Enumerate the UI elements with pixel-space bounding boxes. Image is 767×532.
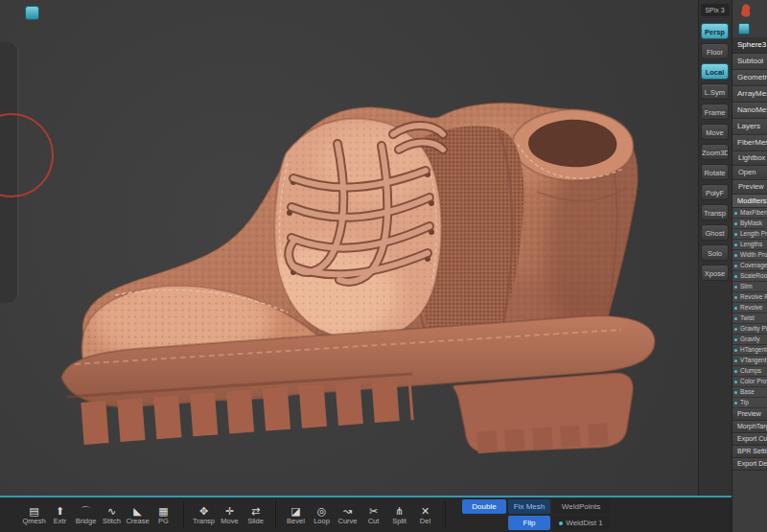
tool-button[interactable]: ✛ Move (217, 497, 243, 532)
fibermesh-sliders: MaxFibers ByMask Length Profile Lengths … (732, 208, 767, 408)
panel-footer-button[interactable]: Export Density (732, 458, 767, 471)
shelf-button[interactable]: Xpose (701, 265, 729, 281)
panel-footer-button[interactable]: Preview (732, 408, 767, 421)
viewport-canvas[interactable] (0, 0, 698, 496)
zbrush-window: SPix 3 Persp Floor Local L.Sym Frame Mov… (0, 0, 767, 532)
shelf-button[interactable]: Ghost (701, 224, 729, 241)
modifier-slider[interactable]: ScaleRoot (732, 271, 767, 282)
tool-button[interactable]: ⬆ Extr (47, 497, 73, 532)
mesh-option[interactable]: Double (462, 499, 506, 514)
tool-button-label: PG (158, 517, 169, 525)
tool-button[interactable]: ✂ Cut (360, 497, 386, 532)
modifier-slider[interactable]: ByMask (732, 219, 767, 229)
tool-button-label: Move (221, 517, 238, 525)
mesh-option[interactable] (462, 516, 506, 530)
split-icon: ⋔ (395, 505, 404, 517)
tool-menu-item[interactable]: Geometry (732, 70, 767, 86)
tool-button-label: Stitch (103, 517, 121, 525)
tool-menu-item[interactable]: ArrayMesh (732, 86, 767, 103)
tool-menu-item[interactable]: NanoMesh (732, 103, 767, 119)
modifier-slider[interactable]: Gravity Profile (732, 324, 767, 335)
modifier-slider[interactable]: Color Profile (732, 377, 767, 387)
tool-button-label: Qmesh (22, 517, 45, 525)
tool-button[interactable]: ◎ Loop (309, 497, 335, 532)
tool-button[interactable]: ◪ Bevel (283, 497, 309, 532)
shelf-button[interactable]: Frame (701, 104, 729, 120)
shelf-button[interactable]: Local (701, 63, 729, 80)
shelf-button[interactable]: Persp (701, 23, 729, 39)
modifier-slider[interactable]: Slim (732, 282, 767, 292)
mesh-option[interactable]: Fix Mesh (508, 499, 550, 514)
qmesh-icon: ▤ (29, 505, 38, 517)
shelf-button[interactable]: Transp (701, 204, 729, 220)
tool-button[interactable]: ✥ Transp (191, 497, 217, 532)
tool-button[interactable]: ▦ PG (151, 497, 176, 532)
tray-toggle-icon[interactable] (25, 6, 39, 20)
modifier-slider[interactable]: Coverage (732, 261, 767, 271)
modifier-slider[interactable]: Clumps (732, 366, 767, 377)
tool-menu-item[interactable]: Layers (732, 119, 767, 135)
tool-button-label: Curve (337, 517, 357, 525)
modifier-slider[interactable]: Width Profile (732, 250, 767, 261)
tool-button-label: Bevel (287, 517, 305, 525)
fibermesh-buttons: Lightbox Open Preview (732, 151, 767, 195)
bevel-icon: ◪ (291, 505, 300, 517)
mesh-options: Double Fix Mesh WeldPoints Flip WeldDist… (462, 497, 610, 532)
right-shelf-buttons: Persp Floor Local L.Sym Frame Move Zoom3… (699, 21, 731, 283)
tool-palette-icon (738, 3, 754, 18)
mesh-option[interactable]: WeldPoints (552, 499, 610, 514)
move-icon: ✛ (225, 505, 234, 517)
modifier-slider[interactable]: Revolve (732, 303, 767, 313)
modifier-slider[interactable]: Tip (732, 398, 767, 408)
modifier-slider[interactable]: Length Profile (732, 229, 767, 240)
tool-button-label: Del (420, 517, 430, 525)
tool-panel-header (732, 0, 767, 21)
transpose-icon: ✥ (199, 505, 208, 517)
modifiers-header[interactable]: Modifiers (732, 195, 767, 208)
tool-button[interactable]: ⇄ Slide (243, 497, 268, 532)
modifier-slider[interactable]: Lengths (732, 240, 767, 250)
shelf-button[interactable]: Rotate (701, 164, 729, 180)
modifier-slider[interactable]: Gravity (732, 335, 767, 345)
fibermesh-button[interactable]: Open (732, 166, 767, 180)
polygroup-icon: ▦ (158, 505, 168, 517)
spix-slider[interactable]: SPix 3 (701, 4, 730, 16)
fibermesh-button[interactable]: Preview (732, 180, 767, 195)
zmodeler-group-1: ▤ Qmesh ⬆ Extr ⌒ Bridge ∿ Stitch (21, 497, 176, 532)
modifier-slider[interactable]: MaxFibers (732, 208, 767, 219)
modifier-slider[interactable]: VTangent (732, 356, 767, 366)
panel-footer-button[interactable]: Export Curves (732, 433, 767, 446)
modifier-slider[interactable]: Twist (732, 313, 767, 324)
tool-button[interactable]: ⋔ Split (386, 497, 412, 532)
fibermesh-button[interactable]: Lightbox (732, 151, 767, 166)
modifier-slider[interactable]: Base (732, 387, 767, 398)
panel-footer-button[interactable]: BPR Settings (732, 446, 767, 458)
modifier-slider[interactable]: HTangent (732, 345, 767, 356)
modifier-slider[interactable]: Revolve Rate (732, 292, 767, 303)
tool-menu-item[interactable]: FiberMesh (732, 135, 767, 151)
tool-button[interactable]: ⌒ Bridge (73, 497, 99, 532)
tool-button[interactable]: ↝ Curve (335, 497, 360, 532)
tool-button-label: Slide (247, 517, 264, 525)
toolbar-separator (183, 500, 184, 529)
tool-button[interactable]: ◣ Crease (125, 497, 151, 532)
quick-pick-icon[interactable] (738, 23, 750, 35)
tool-button-label: Crease (126, 517, 149, 525)
shelf-button[interactable]: L.Sym (701, 83, 729, 100)
shelf-button[interactable]: PolyF (701, 184, 729, 200)
tool-menu-item[interactable]: Subtool (732, 54, 767, 70)
tool-button[interactable]: ▤ Qmesh (21, 497, 47, 532)
mesh-option[interactable]: Flip (508, 516, 550, 530)
tool-button[interactable]: ✕ Del (412, 497, 438, 532)
tool-button[interactable]: ∿ Stitch (99, 497, 125, 532)
shelf-button[interactable]: Zoom3D (701, 144, 729, 160)
mesh-option[interactable]: WeldDist 1 (552, 516, 610, 530)
fibermesh-footer: Preview MorphTarget Export Curves BPR Se… (732, 408, 767, 471)
shelf-button[interactable]: Floor (701, 43, 729, 59)
zmodeler-group-2: ✥ Transp ✛ Move ⇄ Slide (191, 497, 268, 532)
current-tool-button[interactable]: Sphere3 (732, 37, 767, 54)
delete-icon: ✕ (421, 505, 430, 517)
panel-footer-button[interactable]: MorphTarget (732, 421, 767, 433)
shelf-button[interactable]: Solo (701, 244, 729, 261)
shelf-button[interactable]: Move (701, 124, 729, 140)
